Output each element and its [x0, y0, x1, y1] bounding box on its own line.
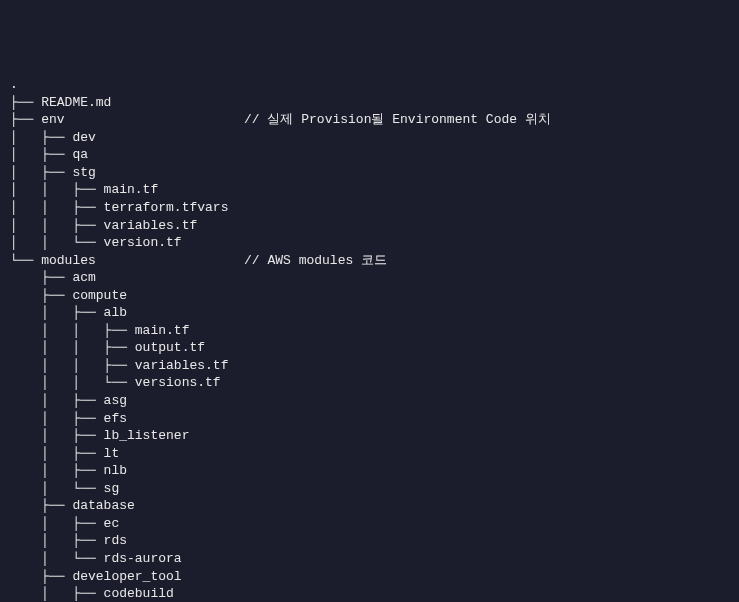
tree-line: │ ├── asg: [10, 392, 729, 410]
tree-line: ├── database: [10, 497, 729, 515]
tree-line: │ │ ├── main.tf: [10, 322, 729, 340]
tree-line: │ └── sg: [10, 480, 729, 498]
tree-line: │ │ ├── variables.tf: [10, 357, 729, 375]
tree-line: └── modules // AWS modules 코드: [10, 252, 729, 270]
tree-line: │ ├── codebuild: [10, 585, 729, 602]
tree-line: │ │ ├── output.tf: [10, 339, 729, 357]
tree-line: │ │ └── version.tf: [10, 234, 729, 252]
tree-line: │ │ └── versions.tf: [10, 374, 729, 392]
tree-line: │ ├── lb_listener: [10, 427, 729, 445]
tree-line: .: [10, 76, 729, 94]
tree-output: .├── README.md├── env // 실제 Provision될 E…: [10, 76, 729, 602]
tree-line: ├── developer_tool: [10, 568, 729, 586]
tree-line: ├── acm: [10, 269, 729, 287]
tree-line: ├── compute: [10, 287, 729, 305]
tree-line: │ ├── rds: [10, 532, 729, 550]
tree-line: │ ├── lt: [10, 445, 729, 463]
tree-line: ├── README.md: [10, 94, 729, 112]
tree-line: │ ├── stg: [10, 164, 729, 182]
tree-line: ├── env // 실제 Provision될 Environment Cod…: [10, 111, 729, 129]
tree-line: │ ├── dev: [10, 129, 729, 147]
tree-line: │ │ ├── variables.tf: [10, 217, 729, 235]
tree-line: │ ├── alb: [10, 304, 729, 322]
tree-line: │ └── rds-aurora: [10, 550, 729, 568]
tree-line: │ │ ├── main.tf: [10, 181, 729, 199]
tree-line: │ ├── efs: [10, 410, 729, 428]
tree-line: │ ├── nlb: [10, 462, 729, 480]
tree-line: │ ├── qa: [10, 146, 729, 164]
tree-line: │ │ ├── terraform.tfvars: [10, 199, 729, 217]
tree-line: │ ├── ec: [10, 515, 729, 533]
